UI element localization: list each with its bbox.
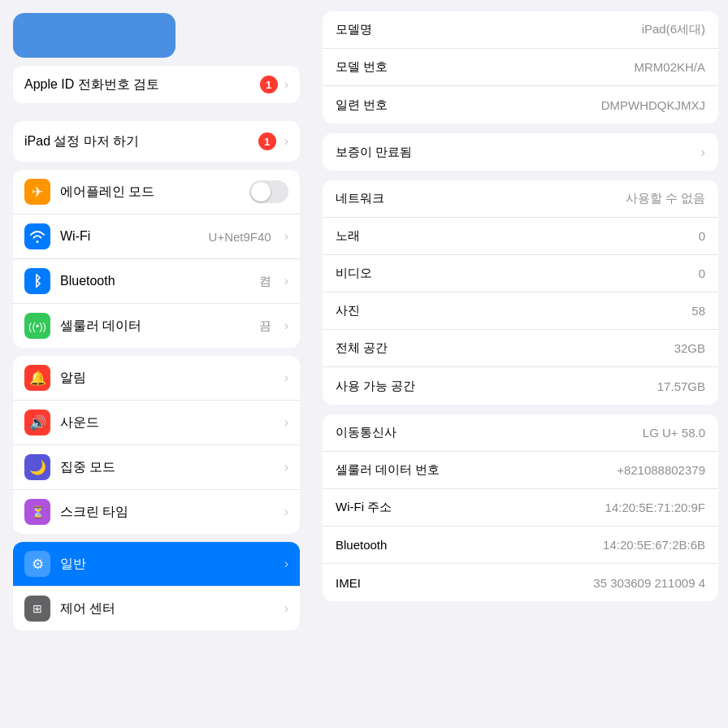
notifications-icon: 🔔	[24, 365, 50, 391]
profile-section: Apple ID 전화번호 검토 1 ›	[0, 0, 313, 113]
wifi-icon	[24, 223, 50, 249]
model-name-label: 모델명	[336, 22, 372, 37]
total-storage-label: 전체 공간	[336, 340, 388, 356]
focus-chevron-icon: ›	[284, 460, 288, 474]
cellular-number-value: +821088802379	[617, 463, 705, 477]
warranty-label: 보증이 만료됨	[336, 145, 412, 160]
setup-label: iPad 설정 마저 하기	[24, 133, 250, 150]
airplane-icon: ✈	[24, 179, 50, 205]
focus-icon: 🌙	[24, 454, 50, 480]
left-panel: Apple ID 전화번호 검토 1 › iPad 설정 마저 하기 1 › ✈…	[0, 0, 313, 728]
imei-label: IMEI	[336, 576, 361, 590]
bluetooth-address-row: Bluetooth 14:20:5E:67:2B:6B	[323, 526, 718, 564]
general-group: ⚙ 일반 › ⊞ 제어 센터 ›	[13, 542, 300, 630]
videos-value: 0	[699, 266, 705, 280]
videos-row: 비디오 0	[323, 255, 718, 292]
wifi-label: Wi-Fi	[60, 229, 199, 244]
songs-value: 0	[699, 229, 705, 243]
available-storage-label: 사용 가능 공간	[336, 379, 415, 394]
control-center-label: 제어 센터	[60, 600, 275, 618]
total-storage-row: 전체 공간 32GB	[323, 330, 718, 367]
available-storage-row: 사용 가능 공간 17.57GB	[323, 367, 718, 405]
general-icon: ⚙	[24, 551, 50, 577]
imei-row: IMEI 35 303609 211009 4	[323, 564, 718, 601]
storage-group: 네트워크 사용할 수 없음 노래 0 비디오 0 사진 58 전체 공간 32G…	[323, 180, 718, 405]
serial-number-value: DMPWHDQKJMXJ	[601, 98, 705, 112]
model-name-row: 모델명 iPad(6세대)	[323, 11, 718, 49]
bluetooth-row[interactable]: ᛒ Bluetooth 켬 ›	[13, 259, 300, 304]
profile-avatar-blur	[13, 13, 176, 58]
general-chevron-icon: ›	[284, 557, 288, 571]
focus-row[interactable]: 🌙 집중 모드 ›	[13, 445, 300, 490]
airplane-toggle-knob	[251, 182, 271, 202]
videos-label: 비디오	[336, 266, 372, 281]
carrier-row: 이동통신사 LG U+ 58.0	[323, 414, 718, 452]
warranty-group: 보증이 만료됨 ›	[323, 133, 718, 171]
carrier-value: LG U+ 58.0	[643, 426, 705, 440]
general-row[interactable]: ⚙ 일반 ›	[13, 542, 300, 587]
bluetooth-label: Bluetooth	[60, 274, 249, 288]
screentime-row[interactable]: ⏳ 스크린 타임 ›	[13, 490, 300, 534]
warranty-chevron-icon: ›	[700, 144, 705, 161]
total-storage-value: 32GB	[674, 341, 705, 355]
general-label: 일반	[60, 556, 275, 573]
control-center-row[interactable]: ⊞ 제어 센터 ›	[13, 587, 300, 630]
airplane-row[interactable]: ✈ 에어플레인 모드	[13, 170, 300, 214]
airplane-label: 에어플레인 모드	[60, 184, 240, 201]
control-center-chevron-icon: ›	[284, 601, 288, 616]
photos-row: 사진 58	[323, 292, 718, 330]
setup-chevron-icon: ›	[284, 134, 288, 149]
network-details-group: 이동통신사 LG U+ 58.0 셀룰러 데이터 번호 +82108880237…	[323, 414, 718, 601]
warranty-row[interactable]: 보증이 만료됨 ›	[323, 133, 718, 171]
sound-icon: 🔊	[24, 410, 50, 436]
notifications-row[interactable]: 🔔 알림 ›	[13, 356, 300, 401]
screentime-icon: ⏳	[24, 499, 50, 525]
screentime-label: 스크린 타임	[60, 504, 275, 521]
photos-label: 사진	[336, 303, 360, 318]
wifi-address-row: Wi-Fi 주소 14:20:5E:71:20:9F	[323, 489, 718, 526]
cellular-number-row: 셀룰러 데이터 번호 +821088802379	[323, 452, 718, 489]
network-row: 네트워크 사용할 수 없음	[323, 180, 718, 218]
model-number-row: 모델 번호 MRM02KH/A	[323, 49, 718, 86]
focus-label: 집중 모드	[60, 459, 275, 476]
carrier-label: 이동통신사	[336, 425, 396, 440]
cellular-icon: ((•))	[24, 313, 50, 339]
photos-value: 58	[691, 304, 705, 318]
model-number-label: 모델 번호	[336, 59, 388, 75]
screentime-chevron-icon: ›	[284, 505, 288, 519]
wifi-row[interactable]: Wi-Fi U+Net9F40 ›	[13, 214, 300, 259]
notifications-chevron-icon: ›	[284, 370, 288, 385]
apple-id-label: Apple ID 전화번호 검토	[24, 76, 254, 93]
airplane-toggle[interactable]	[249, 180, 288, 203]
apple-id-chevron-icon: ›	[284, 77, 288, 92]
model-info-group: 모델명 iPad(6세대) 모델 번호 MRM02KH/A 일련 번호 DMPW…	[323, 11, 718, 124]
cellular-row[interactable]: ((•)) 셀룰러 데이터 끔 ›	[13, 304, 300, 348]
network-value: 사용할 수 없음	[626, 191, 705, 206]
model-name-value: iPad(6세대)	[642, 22, 705, 37]
sound-label: 사운드	[60, 414, 275, 431]
bluetooth-address-label: Bluetooth	[336, 538, 387, 552]
sound-row[interactable]: 🔊 사운드 ›	[13, 401, 300, 445]
songs-label: 노래	[336, 228, 360, 244]
model-number-value: MRM02KH/A	[634, 60, 705, 74]
setup-banner[interactable]: iPad 설정 마저 하기 1 ›	[13, 121, 300, 162]
apple-id-row[interactable]: Apple ID 전화번호 검토 1 ›	[13, 66, 300, 103]
bluetooth-value: 켬	[259, 274, 271, 289]
notifications-group: 🔔 알림 › 🔊 사운드 › 🌙 집중 모드 › ⏳ 스크린 타임 ›	[13, 356, 300, 534]
control-center-icon: ⊞	[24, 596, 50, 622]
bluetooth-address-value: 14:20:5E:67:2B:6B	[603, 538, 705, 552]
bluetooth-chevron-icon: ›	[284, 274, 288, 288]
wifi-chevron-icon: ›	[284, 229, 288, 244]
cellular-label: 셀룰러 데이터	[60, 318, 249, 335]
setup-badge: 1	[258, 132, 276, 150]
cellular-chevron-icon: ›	[284, 318, 288, 333]
wifi-value: U+Net9F40	[209, 230, 271, 244]
serial-number-row: 일련 번호 DMPWHDQKJMXJ	[323, 86, 718, 124]
notifications-label: 알림	[60, 370, 275, 387]
apple-id-badge: 1	[260, 76, 278, 93]
bluetooth-icon: ᛒ	[24, 268, 50, 294]
cellular-value: 끔	[259, 318, 271, 334]
sound-chevron-icon: ›	[284, 415, 288, 430]
network-label: 네트워크	[336, 191, 384, 206]
wifi-address-value: 14:20:5E:71:20:9F	[605, 500, 705, 514]
